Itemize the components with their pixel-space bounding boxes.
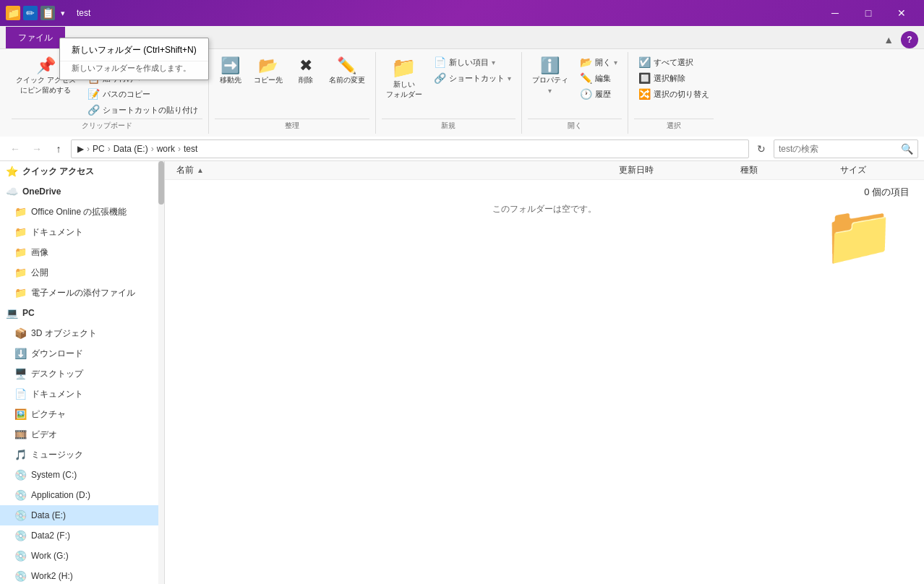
select-all-button[interactable]: ☑️ すべて選択: [634, 55, 714, 69]
refresh-button[interactable]: ↻: [752, 139, 771, 158]
ribbon-help-area: ▲ ?: [879, 31, 918, 48]
sidebar-scrollbar[interactable]: [158, 161, 164, 584]
address-bar: ← → ↑ ▶ › PC › Data (E:) › work › test ↻…: [0, 137, 924, 161]
documents-label: ドキュメント: [31, 226, 83, 239]
sidebar-item-public[interactable]: 📁 公開: [0, 262, 164, 283]
new-folder-button[interactable]: 📁 新しいフォルダー: [382, 55, 427, 103]
move-label: 移動先: [220, 75, 241, 85]
rename-button[interactable]: ✏️ 名前の変更: [325, 55, 369, 88]
copy-path-button[interactable]: 📝 パスのコピー: [83, 87, 202, 101]
sidebar-scroll-thumb[interactable]: [158, 161, 164, 205]
sidebar-item-office-online[interactable]: 📁 Office Online の拡張機能: [0, 202, 164, 222]
edit-icon-btn[interactable]: ✏: [23, 6, 38, 20]
search-box[interactable]: 🔍: [774, 139, 918, 158]
move-icon: ➡️: [221, 58, 240, 74]
move-to-button[interactable]: ➡️ 移動先: [215, 55, 247, 88]
title-bar-quick-access[interactable]: 📁 ✏ 📋 ▾: [6, 6, 65, 20]
rename-icon: ✏️: [337, 58, 356, 74]
ribbon-group-new: 📁 新しいフォルダー 📄 新しい項目 ▾ 🔗 ショートカット ▾ 新規: [376, 52, 522, 134]
deselect-button[interactable]: 🔲 選択解除: [634, 71, 714, 85]
sidebar-quick-access[interactable]: ⭐ クイック アクセス: [0, 161, 164, 181]
new-shortcut-button[interactable]: 🔗 ショートカット ▾: [429, 71, 516, 85]
invert-selection-button[interactable]: 🔀 選択の切り替え: [634, 87, 714, 101]
help-button[interactable]: ?: [901, 31, 918, 48]
docs-pc-icon: 📄: [14, 388, 27, 400]
sidebar-item-video[interactable]: 🎞️ ビデオ: [0, 424, 164, 445]
sidebar-item-systemc[interactable]: 💿 System (C:): [0, 465, 164, 485]
tab-file[interactable]: ファイル: [6, 27, 65, 48]
music-label: ミュージック: [31, 449, 83, 461]
sidebar-item-work2h[interactable]: 💿 Work2 (H:): [0, 566, 164, 584]
copy-to-label: コピー先: [254, 75, 283, 85]
pc-label: PC: [22, 308, 35, 318]
close-button[interactable]: ✕: [885, 0, 918, 26]
folder-icon-btn[interactable]: 📁: [6, 6, 20, 20]
new-item-icon: 📄: [434, 56, 446, 68]
open-button[interactable]: 📂 開く ▾: [576, 55, 622, 69]
column-name[interactable]: 名前 ▲: [176, 164, 613, 176]
sidebar-onedrive[interactable]: ☁️ OneDrive: [0, 181, 164, 202]
search-input[interactable]: [779, 144, 898, 154]
up-button[interactable]: ↑: [49, 139, 68, 158]
column-size[interactable]: サイズ: [840, 164, 912, 176]
onedrive-icon: ☁️: [6, 186, 18, 197]
forward-button[interactable]: →: [27, 139, 46, 158]
minimize-button[interactable]: ─: [818, 0, 852, 26]
sidebar-item-workg[interactable]: 💿 Work (G:): [0, 546, 164, 566]
history-button[interactable]: 🕐 履歴: [576, 87, 622, 101]
maximize-button[interactable]: □: [852, 0, 885, 26]
copy-path-icon: 📝: [87, 88, 100, 100]
sidebar-item-documents[interactable]: 📁 ドキュメント: [0, 222, 164, 242]
desktop-icon: 🖥️: [14, 368, 27, 379]
breadcrumb-sep1: ›: [87, 144, 90, 154]
column-size-label: サイズ: [840, 164, 866, 176]
breadcrumb-item: ▶: [77, 144, 84, 154]
new-item-button[interactable]: 📄 新しい項目 ▾: [429, 55, 516, 69]
new-folder-label: 新しいフォルダー: [386, 80, 422, 100]
history-icon: 🕐: [580, 88, 592, 100]
folder-icon-public: 📁: [14, 267, 27, 278]
clipboard-icon-btn[interactable]: 📋: [40, 6, 55, 20]
ribbon-collapse-btn[interactable]: ▲: [879, 33, 898, 47]
sidebar-item-docs-pc[interactable]: 📄 ドキュメント: [0, 384, 164, 404]
sidebar-item-data2f[interactable]: 💿 Data2 (F:): [0, 525, 164, 546]
sidebar-item-desktop[interactable]: 🖥️ デスクトップ: [0, 364, 164, 384]
edit-button[interactable]: ✏️ 編集: [576, 71, 622, 85]
column-date-label: 更新日時: [619, 164, 654, 176]
properties-icon: ℹ️: [540, 58, 560, 74]
sidebar-item-music[interactable]: 🎵 ミュージック: [0, 445, 164, 465]
sidebar-item-3dobjects[interactable]: 📦 3D オブジェクト: [0, 323, 164, 343]
rename-label: 名前の変更: [329, 75, 365, 85]
sidebar-item-picturex[interactable]: 🖼️ ピクチャ: [0, 404, 164, 424]
sidebar-item-attachments[interactable]: 📁 電子メールの添付ファイル: [0, 283, 164, 303]
column-type[interactable]: 種類: [740, 164, 834, 176]
properties-label: プロパティ: [532, 75, 568, 85]
drive-h-icon: 💿: [14, 570, 27, 582]
sidebar-item-pictures[interactable]: 📁 画像: [0, 242, 164, 262]
copy-to-button[interactable]: 📂 コピー先: [249, 55, 287, 88]
properties-button[interactable]: ℹ️ プロパティ ▾: [528, 55, 573, 98]
sidebar-item-datae[interactable]: 💿 Data (E:): [0, 505, 164, 525]
tooltip-item-new-folder[interactable]: 新しいフォルダー (Ctrl+Shift+N): [60, 41, 208, 59]
public-label: 公開: [31, 267, 48, 279]
organize-items: ➡️ 移動先 📂 コピー先 ✖ 削除 ✏️ 名前の変更: [215, 55, 369, 117]
download-icon: ⬇️: [14, 348, 27, 359]
paste-shortcut-button[interactable]: 🔗 ショートカットの貼り付け: [83, 103, 202, 117]
sidebar-item-downloads[interactable]: ⬇️ ダウンロード: [0, 343, 164, 364]
tooltip-item-label: 新しいフォルダー (Ctrl+Shift+N): [72, 44, 197, 56]
new-label: 新規: [382, 119, 516, 131]
drive-c-icon: 💿: [14, 469, 27, 481]
sidebar-item-appd[interactable]: 💿 Application (D:): [0, 485, 164, 505]
sidebar-pc[interactable]: 💻 PC: [0, 303, 164, 323]
history-label: 履歴: [595, 89, 611, 100]
delete-button[interactable]: ✖ 削除: [290, 55, 322, 88]
empty-folder-message: このフォルダーは空です。: [176, 192, 912, 215]
breadcrumb-path[interactable]: ▶ › PC › Data (E:) › work › test: [71, 139, 749, 158]
invert-icon: 🔀: [638, 88, 651, 100]
select-all-icon: ☑️: [638, 56, 651, 68]
data2f-label: Data2 (F:): [31, 531, 70, 541]
copy-to-icon: 📂: [258, 58, 278, 74]
open-items: ℹ️ プロパティ ▾ 📂 開く ▾ ✏️ 編集 🕐 履歴: [528, 55, 622, 117]
back-button[interactable]: ←: [6, 139, 25, 158]
column-date[interactable]: 更新日時: [619, 164, 735, 176]
